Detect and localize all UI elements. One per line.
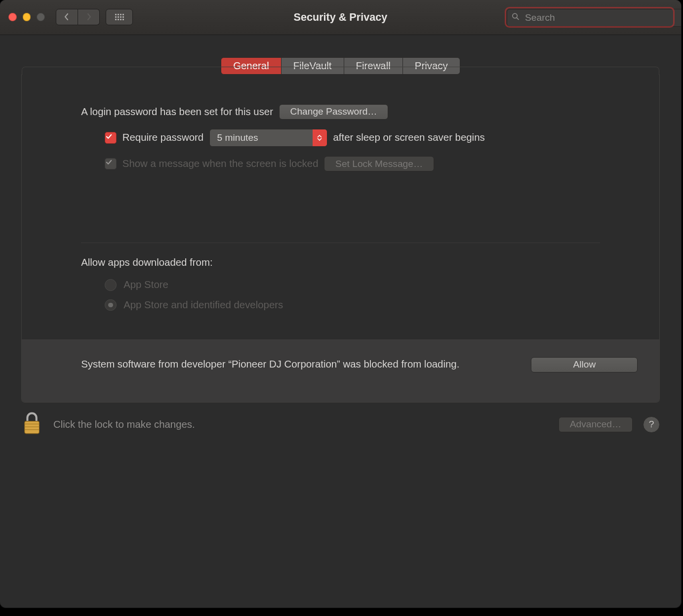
- allow-apps-heading: Allow apps downloaded from:: [81, 257, 600, 268]
- forward-button[interactable]: [78, 9, 100, 25]
- footer: Click the lock to make changes. Advanced…: [0, 403, 681, 450]
- back-button[interactable]: [56, 9, 78, 25]
- allow-apps-appstore-radio: [105, 279, 117, 291]
- set-lock-message-button: Set Lock Message…: [324, 156, 434, 171]
- checkmark-icon: [105, 159, 116, 168]
- allow-apps-identified-label: App Store and identified developers: [123, 299, 283, 311]
- search-field-wrap: [507, 9, 673, 26]
- require-password-checkbox[interactable]: [105, 132, 117, 144]
- search-icon: [512, 12, 519, 22]
- updown-stepper-icon: [313, 129, 327, 146]
- nav-group: [56, 9, 100, 25]
- blocked-software-text: System software from developer “Pioneer …: [81, 357, 507, 372]
- help-label: ?: [649, 419, 654, 430]
- toolbar: Security & Privacy: [0, 0, 681, 35]
- close-window-button[interactable]: [8, 13, 17, 21]
- advanced-button[interactable]: Advanced…: [559, 417, 633, 432]
- chevron-left-icon: [64, 11, 70, 23]
- require-password-delay-value: 5 minutes: [217, 132, 258, 143]
- show-lock-message-label: Show a message when the screen is locked: [122, 158, 319, 169]
- preferences-window: Security & Privacy General FileVault Fir…: [0, 0, 681, 608]
- svg-line-1: [517, 18, 519, 20]
- require-password-label: Require password: [122, 132, 203, 143]
- allow-button[interactable]: Allow: [531, 357, 638, 372]
- login-password-text: A login password has been set for this u…: [81, 106, 273, 118]
- help-button[interactable]: ?: [643, 416, 659, 433]
- zoom-window-button[interactable]: [37, 13, 45, 21]
- minimize-window-button[interactable]: [23, 13, 31, 21]
- checkmark-icon: [105, 133, 116, 143]
- blocked-software-notice: System software from developer “Pioneer …: [22, 339, 659, 402]
- section-divider: [81, 243, 600, 243]
- panel-border: [22, 67, 659, 75]
- show-all-button[interactable]: [106, 9, 133, 25]
- allow-apps-identified-radio: [105, 299, 117, 311]
- lock-hint-text: Click the lock to make changes.: [53, 419, 195, 430]
- require-password-suffix: after sleep or screen saver begins: [333, 132, 485, 143]
- require-password-delay-select[interactable]: 5 minutes: [209, 129, 327, 147]
- grid-icon: [115, 14, 124, 20]
- search-input[interactable]: [507, 9, 681, 27]
- lock-icon[interactable]: [21, 411, 42, 438]
- svg-rect-2: [25, 421, 40, 433]
- allow-apps-appstore-label: App Store: [123, 279, 168, 290]
- general-panel: A login password has been set for this u…: [21, 75, 659, 403]
- show-lock-message-checkbox: [105, 158, 117, 170]
- window-controls: [8, 13, 45, 21]
- password-section: A login password has been set for this u…: [22, 83, 659, 325]
- change-password-button[interactable]: Change Password…: [279, 104, 388, 120]
- chevron-right-icon: [86, 11, 92, 23]
